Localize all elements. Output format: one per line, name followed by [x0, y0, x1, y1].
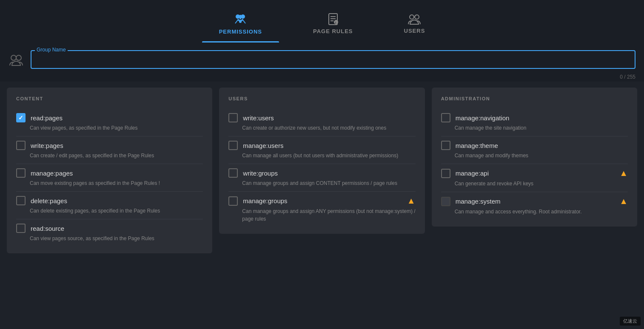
checkbox-manage-groups[interactable]	[228, 196, 238, 206]
checkbox-write-users[interactable]	[228, 113, 238, 122]
checkbox-delete-pages[interactable]	[16, 196, 26, 205]
perm-header-manage-system: manage:system▲	[441, 196, 628, 206]
perm-item-read-pages: read:pagesCan view pages, as specified i…	[16, 109, 203, 136]
permissions-panels: CONTENTread:pagesCan view pages, as spec…	[0, 82, 644, 259]
checkbox-manage-api[interactable]	[441, 169, 450, 178]
perm-item-manage-groups: manage:groups▲Can manage groups and assi…	[228, 192, 415, 227]
svg-point-3	[239, 20, 242, 23]
users-icon	[407, 13, 421, 25]
tab-users[interactable]: USERS	[379, 0, 451, 43]
perm-item-write-pages: write:pagesCan create / edit pages, as s…	[16, 136, 203, 164]
svg-point-1	[241, 14, 245, 19]
perm-desc-manage-api: Can generate and revoke API keys	[455, 180, 628, 187]
perm-item-write-users: write:usersCan create or authorize new u…	[228, 109, 415, 136]
panel-title-content: CONTENT	[16, 96, 203, 101]
perm-name-write-pages: write:pages	[31, 142, 63, 149]
checkbox-manage-theme[interactable]	[441, 141, 450, 150]
svg-point-11	[415, 15, 419, 19]
perm-item-write-groups: write:groupsCan manage groups and assign…	[228, 164, 415, 192]
group-icon	[9, 53, 24, 66]
perm-desc-write-pages: Can create / edit pages, as specified in…	[30, 152, 203, 159]
tab-page-rules-label: PAGE RULES	[313, 28, 353, 34]
perm-name-manage-system: manage:system	[456, 198, 501, 205]
panel-administration: ADMINISTRATIONmanage:navigationCan manag…	[432, 88, 637, 227]
perm-header-manage-pages: manage:pages	[16, 168, 203, 178]
perm-header-write-users: write:users	[228, 113, 415, 122]
perm-name-manage-users: manage:users	[243, 142, 283, 149]
checkbox-write-groups[interactable]	[228, 168, 238, 178]
svg-rect-2	[239, 15, 241, 19]
perm-name-manage-api: manage:api	[456, 170, 489, 177]
perm-header-manage-theme: manage:theme	[441, 141, 628, 150]
permissions-icon	[234, 12, 247, 26]
perm-item-manage-pages: manage:pagesCan move existing pages as s…	[16, 164, 203, 192]
perm-name-write-groups: write:groups	[243, 170, 278, 177]
perm-item-manage-users: manage:usersCan manage all users (but no…	[228, 136, 415, 164]
perm-header-manage-users: manage:users	[228, 141, 415, 150]
group-name-input[interactable]	[36, 54, 630, 65]
checkbox-manage-navigation[interactable]	[441, 113, 450, 122]
perm-desc-read-pages: Can view pages, as specified in the Page…	[30, 124, 203, 132]
perm-header-write-groups: write:groups	[228, 168, 415, 178]
top-navigation: PERMISSIONS ! PAGE RULES USERS	[0, 0, 644, 43]
svg-point-12	[11, 55, 16, 60]
perm-name-manage-groups: manage:groups	[243, 197, 287, 204]
perm-desc-manage-navigation: Can manage the site navigation	[455, 124, 628, 132]
tab-permissions[interactable]: PERMISSIONS	[194, 0, 288, 43]
warn-icon-manage-groups: ▲	[407, 196, 416, 206]
svg-text:!: !	[335, 21, 336, 24]
tab-page-rules[interactable]: ! PAGE RULES	[288, 0, 379, 43]
perm-header-delete-pages: delete:pages	[16, 196, 203, 205]
perm-desc-write-groups: Can manage groups and assign CONTENT per…	[242, 179, 415, 187]
perm-name-delete-pages: delete:pages	[31, 197, 67, 204]
perm-header-manage-groups: manage:groups▲	[228, 196, 415, 206]
perm-header-manage-api: manage:api▲	[441, 168, 628, 178]
perm-item-manage-theme: manage:themeCan manage and modify themes	[441, 136, 628, 164]
page-rules-icon: !	[327, 13, 339, 26]
group-name-row: Group Name	[0, 43, 644, 72]
perm-header-read-pages: read:pages	[16, 113, 203, 122]
perm-desc-write-users: Can create or authorize new users, but n…	[242, 124, 415, 132]
checkbox-manage-users[interactable]	[228, 141, 238, 150]
perm-header-write-pages: write:pages	[16, 141, 203, 150]
svg-point-10	[410, 15, 414, 19]
warn-icon-manage-api: ▲	[619, 168, 628, 178]
perm-header-read-source: read:source	[16, 224, 203, 233]
warn-icon-manage-system: ▲	[619, 196, 628, 206]
perm-desc-manage-theme: Can manage and modify themes	[455, 152, 628, 159]
group-name-label: Group Name	[35, 47, 68, 53]
perm-name-manage-navigation: manage:navigation	[456, 114, 510, 122]
perm-name-manage-pages: manage:pages	[31, 170, 73, 177]
perm-desc-manage-pages: Can move existing pages as specified in …	[30, 179, 203, 187]
checkbox-read-source[interactable]	[16, 224, 26, 233]
svg-point-13	[16, 55, 21, 60]
perm-desc-manage-system: Can manage and access everything. Root a…	[455, 208, 628, 216]
perm-name-write-users: write:users	[243, 114, 274, 122]
group-name-field[interactable]: Group Name	[31, 50, 635, 69]
perm-item-delete-pages: delete:pagesCan delete existing pages, a…	[16, 192, 203, 219]
checkbox-read-pages[interactable]	[16, 113, 26, 122]
panel-users: USERSwrite:usersCan create or authorize …	[219, 88, 425, 234]
panel-content: CONTENTread:pagesCan view pages, as spec…	[7, 88, 212, 253]
watermark: 亿速云	[620, 317, 641, 326]
panel-title-users: USERS	[228, 96, 415, 101]
checkbox-manage-pages[interactable]	[16, 168, 26, 178]
svg-point-0	[236, 14, 240, 19]
tab-users-label: USERS	[404, 28, 425, 34]
perm-header-manage-navigation: manage:navigation	[441, 113, 628, 122]
perm-item-manage-api: manage:api▲Can generate and revoke API k…	[441, 164, 628, 192]
perm-name-read-source: read:source	[31, 225, 64, 232]
perm-name-manage-theme: manage:theme	[456, 142, 498, 149]
panel-title-administration: ADMINISTRATION	[441, 96, 628, 101]
perm-desc-manage-users: Can manage all users (but not users with…	[242, 152, 415, 159]
perm-item-manage-navigation: manage:navigationCan manage the site nav…	[441, 109, 628, 136]
perm-desc-read-source: Can view pages source, as specified in t…	[30, 235, 203, 242]
perm-item-manage-system: manage:system▲Can manage and access ever…	[441, 192, 628, 220]
perm-desc-delete-pages: Can delete existing pages, as specified …	[30, 207, 203, 215]
perm-item-read-source: read:sourceCan view pages source, as spe…	[16, 219, 203, 247]
tab-permissions-label: PERMISSIONS	[219, 28, 262, 35]
perm-desc-manage-groups: Can manage groups and assign ANY permiss…	[242, 207, 415, 223]
perm-name-read-pages: read:pages	[31, 114, 63, 122]
char-count: 0 / 255	[0, 72, 644, 82]
checkbox-write-pages[interactable]	[16, 141, 26, 150]
